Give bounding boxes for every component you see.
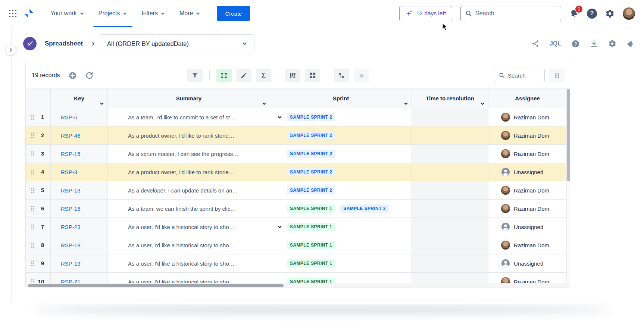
megaphone-icon[interactable]: [626, 40, 635, 48]
time-to-resolution-cell[interactable]: [412, 163, 488, 181]
drag-handle-icon[interactable]: [31, 169, 34, 175]
refresh-button[interactable]: [85, 71, 94, 80]
summary-cell[interactable]: As a team, we can finish the sprint by c…: [108, 200, 270, 218]
row-number-cell[interactable]: 10: [26, 273, 51, 283]
key-cell[interactable]: RSP-5: [51, 108, 108, 126]
settings-button[interactable]: [605, 9, 615, 18]
filter-button[interactable]: [187, 69, 203, 82]
drag-handle-icon[interactable]: [31, 242, 34, 248]
share-icon[interactable]: [531, 40, 540, 48]
sprint-cell[interactable]: SAMPLE SPRINT 1: [270, 236, 412, 254]
key-cell[interactable]: RSP-3: [51, 163, 108, 181]
sprint-chip[interactable]: SAMPLE SPRINT 1: [287, 241, 335, 249]
sum-button[interactable]: Σ: [256, 69, 271, 82]
issue-key-link[interactable]: RSP-13: [61, 187, 81, 194]
jira-logo[interactable]: [24, 9, 34, 19]
key-cell[interactable]: RSP-13: [51, 181, 108, 200]
drag-handle-icon[interactable]: [31, 133, 34, 138]
assignee-cell[interactable]: Raziman Dom: [488, 273, 566, 283]
hierarchy-view-button[interactable]: [334, 69, 349, 82]
summary-cell[interactable]: As a team, I'd like to commit to a set o…: [108, 108, 270, 126]
assignee-cell[interactable]: Raziman Dom: [488, 145, 566, 163]
assignee-cell[interactable]: Raziman Dom: [488, 236, 566, 254]
column-menu-chevron-icon[interactable]: [262, 101, 266, 106]
sprint-chip[interactable]: SAMPLE SPRINT 1: [287, 278, 335, 283]
row-number-cell[interactable]: 1: [26, 108, 51, 126]
download-icon[interactable]: [590, 40, 598, 48]
key-cell[interactable]: RSP-16: [51, 200, 108, 218]
key-cell[interactable]: RSP-15: [51, 145, 108, 163]
cell-format-button[interactable]: [216, 69, 232, 82]
summary-cell[interactable]: As a product owner, I'd like to rank sto…: [108, 126, 270, 145]
issue-key-link[interactable]: RSP-19: [61, 260, 81, 267]
summary-cell[interactable]: As a scrum master, I can see the progres…: [108, 145, 270, 163]
sprint-cell[interactable]: SAMPLE SPRINT 2: [270, 163, 412, 181]
drag-handle-icon[interactable]: [31, 206, 34, 212]
top-search-input[interactable]: [475, 10, 556, 17]
top-search[interactable]: [460, 6, 561, 21]
sprint-chip[interactable]: SAMPLE SPRINT 1: [287, 223, 335, 231]
time-to-resolution-cell[interactable]: [412, 273, 488, 283]
sidebar-expand-button[interactable]: [5, 44, 16, 56]
sprint-chip[interactable]: SAMPLE SPRINT 2: [340, 204, 388, 213]
column-menu-chevron-icon[interactable]: [404, 101, 408, 106]
issue-key-link[interactable]: RSP-21: [61, 279, 81, 283]
drag-handle-icon[interactable]: [31, 115, 34, 120]
paint-format-button[interactable]: [236, 69, 251, 82]
sprint-cell[interactable]: SAMPLE SPRINT 1: [270, 254, 412, 273]
sprint-chip[interactable]: SAMPLE SPRINT 2: [287, 131, 335, 140]
time-to-resolution-cell[interactable]: [412, 254, 488, 273]
view-selector-dropdown[interactable]: All (ORDER BY updatedDate): [100, 34, 254, 53]
row-number-cell[interactable]: 3: [26, 145, 51, 163]
time-to-resolution-cell[interactable]: [412, 236, 488, 254]
row-number-cell[interactable]: 4: [26, 163, 51, 181]
columns-settings-button[interactable]: [285, 69, 300, 82]
card-view-button[interactable]: [305, 69, 320, 82]
column-header-time-to-resolution[interactable]: Time to resolution: [412, 88, 488, 108]
key-cell[interactable]: RSP-19: [51, 254, 108, 273]
grid-search-input[interactable]: [508, 72, 541, 79]
sprint-cell[interactable]: SAMPLE SPRINT 2: [270, 181, 412, 200]
sprint-cell[interactable]: SAMPLE SPRINT 2: [270, 145, 412, 163]
column-header-summary[interactable]: Summary: [108, 88, 270, 108]
assignee-cell[interactable]: Unassigned: [488, 218, 566, 236]
sprint-chip[interactable]: SAMPLE SPRINT 2: [287, 186, 335, 194]
assignee-cell[interactable]: Unassigned: [488, 254, 566, 273]
sprint-cell[interactable]: SAMPLE SPRINT 2: [270, 126, 412, 145]
sprint-chip[interactable]: SAMPLE SPRINT 2: [287, 168, 335, 176]
nav-item-more[interactable]: More: [174, 0, 206, 27]
collapse-all-button[interactable]: [354, 69, 369, 82]
row-number-cell[interactable]: 2: [26, 126, 51, 145]
help-button[interactable]: ?: [587, 9, 597, 19]
grid-search[interactable]: [495, 69, 545, 82]
key-cell[interactable]: RSP-21: [51, 273, 108, 283]
nav-item-filters[interactable]: Filters: [136, 0, 171, 27]
drag-handle-icon[interactable]: [31, 151, 34, 157]
time-to-resolution-cell[interactable]: [412, 108, 488, 126]
column-menu-chevron-icon[interactable]: [480, 101, 485, 106]
jql-button[interactable]: JQL: [550, 40, 561, 47]
row-number-cell[interactable]: 8: [26, 236, 51, 254]
issue-key-link[interactable]: RSP-18: [61, 242, 81, 248]
sprint-chip[interactable]: SAMPLE SPRINT 2: [287, 113, 335, 121]
summary-cell[interactable]: As a user, I'd like a historical story t…: [108, 273, 270, 283]
time-to-resolution-cell[interactable]: [412, 200, 488, 218]
view-settings-gear-icon[interactable]: [608, 40, 616, 48]
sprint-cell[interactable]: SAMPLE SPRINT 1: [270, 218, 412, 236]
trial-days-left-button[interactable]: 12 days left: [399, 6, 452, 21]
issue-key-link[interactable]: RSP-46: [61, 132, 81, 139]
drag-handle-icon[interactable]: [31, 261, 34, 266]
drag-handle-icon[interactable]: [31, 188, 34, 193]
assignee-cell[interactable]: Raziman Dom: [488, 108, 566, 126]
key-cell[interactable]: RSP-23: [51, 218, 108, 236]
assignee-cell[interactable]: Raziman Dom: [488, 126, 566, 145]
row-number-cell[interactable]: 7: [26, 218, 51, 236]
save-view-button[interactable]: [549, 69, 565, 82]
sprint-cell[interactable]: SAMPLE SPRINT 1: [270, 273, 412, 283]
sprint-chip[interactable]: SAMPLE SPRINT 1: [287, 204, 335, 213]
vertical-scrollbar-thumb[interactable]: [567, 89, 570, 181]
sprint-chip[interactable]: SAMPLE SPRINT 1: [287, 259, 335, 267]
sprint-cell[interactable]: SAMPLE SPRINT 2: [270, 108, 412, 126]
app-switcher-icon[interactable]: [8, 9, 17, 18]
sprint-expander-icon[interactable]: [277, 115, 287, 120]
